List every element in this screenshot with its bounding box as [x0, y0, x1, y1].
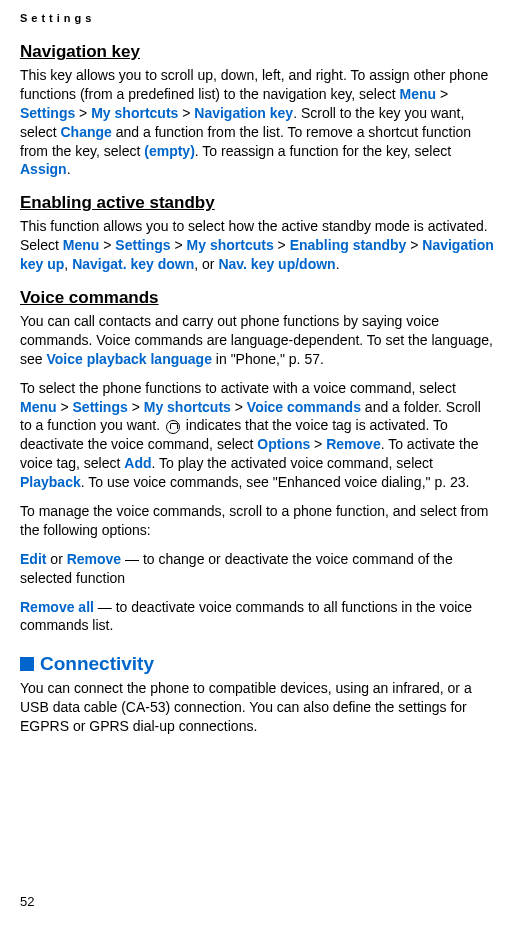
- heading-connectivity: Connectivity: [20, 653, 496, 675]
- action-change: Change: [60, 124, 111, 140]
- action-remove: Remove: [326, 436, 380, 452]
- voice-tag-icon: [166, 420, 180, 434]
- paragraph-voice-1: You can call contacts and carry out phon…: [20, 312, 496, 369]
- text: . To reassign a function for the key, se…: [195, 143, 451, 159]
- action-edit: Edit: [20, 551, 46, 567]
- heading-navigation-key: Navigation key: [20, 42, 496, 62]
- menu-path-menu: Menu: [400, 86, 437, 102]
- square-bullet-icon: [20, 657, 34, 671]
- action-add: Add: [124, 455, 151, 471]
- paragraph-standby: This function allows you to select how t…: [20, 217, 496, 274]
- text: . To play the activated voice command, s…: [152, 455, 433, 471]
- paragraph-voice-4: Edit or Remove — to change or deactivate…: [20, 550, 496, 588]
- text: in "Phone," p. 57.: [212, 351, 324, 367]
- action-remove: Remove: [67, 551, 121, 567]
- separator: >: [99, 237, 115, 253]
- separator: >: [310, 436, 326, 452]
- separator: >: [274, 237, 290, 253]
- page-header: Settings: [20, 12, 496, 24]
- paragraph-voice-3: To manage the voice commands, scroll to …: [20, 502, 496, 540]
- menu-path-settings: Settings: [73, 399, 128, 415]
- paragraph-connectivity: You can connect the phone to compatible …: [20, 679, 496, 736]
- heading-enabling-standby: Enabling active standby: [20, 193, 496, 213]
- link-voice-playback-language: Voice playback language: [46, 351, 211, 367]
- text: .: [336, 256, 340, 272]
- paragraph-navkey: This key allows you to scroll up, down, …: [20, 66, 496, 179]
- menu-path-settings: Settings: [115, 237, 170, 253]
- separator: >: [171, 237, 187, 253]
- paragraph-voice-2: To select the phone functions to activat…: [20, 379, 496, 492]
- menu-path-myshortcuts: My shortcuts: [187, 237, 274, 253]
- text: To select the phone functions to activat…: [20, 380, 456, 396]
- action-assign: Assign: [20, 161, 67, 177]
- separator: >: [75, 105, 91, 121]
- menu-path-enabling-standby: Enabling standby: [290, 237, 407, 253]
- action-empty: (empty): [144, 143, 195, 159]
- menu-path-myshortcuts: My shortcuts: [144, 399, 231, 415]
- paragraph-voice-5: Remove all — to deactivate voice command…: [20, 598, 496, 636]
- separator: >: [436, 86, 448, 102]
- separator: >: [178, 105, 194, 121]
- menu-path-menu: Menu: [63, 237, 100, 253]
- heading-connectivity-label: Connectivity: [40, 653, 154, 675]
- action-options: Options: [257, 436, 310, 452]
- menu-path-voice-commands: Voice commands: [247, 399, 361, 415]
- separator: >: [406, 237, 422, 253]
- menu-path-myshortcuts: My shortcuts: [91, 105, 178, 121]
- separator: >: [231, 399, 247, 415]
- menu-path-settings: Settings: [20, 105, 75, 121]
- option-navkey-down: Navigat. key down: [72, 256, 194, 272]
- separator: >: [57, 399, 73, 415]
- text: .: [67, 161, 71, 177]
- menu-path-navigationkey: Navigation key: [194, 105, 293, 121]
- heading-voice-commands: Voice commands: [20, 288, 496, 308]
- page-number: 52: [20, 894, 34, 909]
- menu-path-menu: Menu: [20, 399, 57, 415]
- separator: >: [128, 399, 144, 415]
- text: . To use voice commands, see "Enhanced v…: [81, 474, 470, 490]
- text: or: [46, 551, 66, 567]
- text: ,: [64, 256, 72, 272]
- option-navkey-updown: Nav. key up/down: [218, 256, 335, 272]
- action-playback: Playback: [20, 474, 81, 490]
- text: , or: [194, 256, 218, 272]
- action-remove-all: Remove all: [20, 599, 94, 615]
